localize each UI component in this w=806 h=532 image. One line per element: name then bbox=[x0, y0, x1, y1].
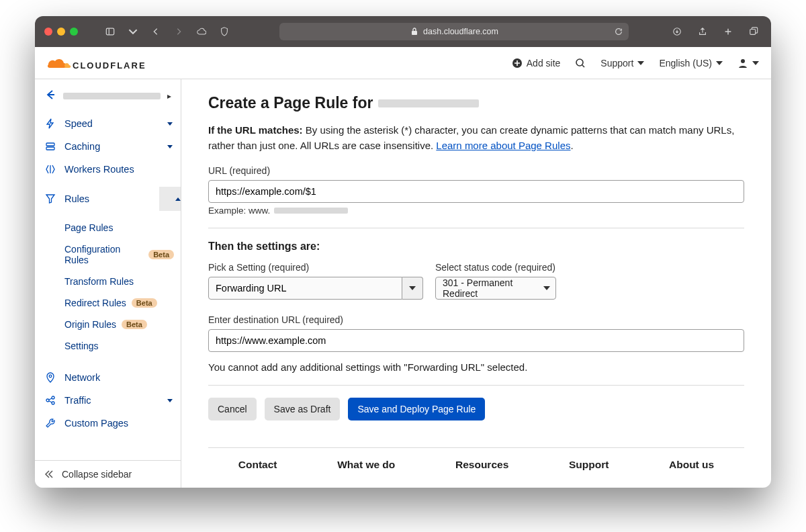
sidebar-item-label: Speed bbox=[64, 118, 93, 129]
footer-col[interactable]: Contact bbox=[238, 459, 277, 471]
tabs-icon[interactable] bbox=[746, 24, 762, 40]
beta-badge: Beta bbox=[132, 298, 157, 308]
site-name-redacted bbox=[63, 93, 161, 99]
support-menu[interactable]: Support bbox=[600, 58, 644, 69]
plus-circle-icon bbox=[512, 58, 523, 69]
sidebar-sub-origin-rules[interactable]: Origin RulesBeta bbox=[64, 314, 181, 335]
sidebar-dropdown-icon[interactable] bbox=[125, 24, 141, 40]
minimize-window-icon[interactable] bbox=[57, 28, 65, 36]
cancel-button[interactable]: Cancel bbox=[208, 398, 257, 420]
fullscreen-window-icon[interactable] bbox=[70, 28, 78, 36]
logo-text: CLOUDFLARE bbox=[73, 60, 146, 71]
chevron-down-icon bbox=[167, 145, 173, 148]
status-code-value: 301 - Permanent Redirect bbox=[443, 277, 535, 299]
sidebar-item-caching[interactable]: Caching bbox=[35, 135, 181, 158]
footer-col[interactable]: About us bbox=[669, 459, 714, 471]
back-arrow-icon[interactable] bbox=[44, 89, 56, 103]
sidebar-item-label: Custom Pages bbox=[64, 418, 128, 429]
svg-rect-9 bbox=[46, 147, 54, 150]
sidebar-item-label: Traffic bbox=[64, 395, 91, 406]
header-search-button[interactable] bbox=[575, 58, 586, 69]
close-window-icon[interactable] bbox=[44, 28, 52, 36]
user-icon bbox=[737, 58, 748, 69]
address-bar[interactable]: dash.cloudflare.com bbox=[279, 23, 629, 40]
sidebar-item-rules[interactable]: Rules bbox=[35, 181, 181, 217]
sidebar-breadcrumb[interactable]: ▸ bbox=[35, 79, 181, 109]
footer-col[interactable]: Resources bbox=[455, 459, 508, 471]
drive-icon bbox=[44, 141, 56, 152]
forwarding-note: You cannot add any additional settings w… bbox=[208, 361, 744, 373]
svg-point-13 bbox=[52, 402, 54, 404]
sidebar-toggle-icon[interactable] bbox=[102, 24, 118, 40]
sidebar-item-custom-pages[interactable]: Custom Pages bbox=[35, 412, 181, 435]
footer-col[interactable]: What we do bbox=[337, 459, 395, 471]
window-controls bbox=[44, 28, 78, 36]
svg-point-7 bbox=[741, 59, 745, 63]
chevron-down-icon bbox=[409, 286, 416, 290]
site-name-redacted bbox=[378, 99, 479, 107]
save-draft-button[interactable]: Save as Draft bbox=[265, 398, 341, 420]
footer-nav: Contact What we do Resources Support Abo… bbox=[208, 447, 744, 471]
sidebar-sub-page-rules[interactable]: Page Rules bbox=[64, 217, 181, 238]
privacy-shield-icon[interactable] bbox=[216, 24, 232, 40]
svg-point-12 bbox=[52, 396, 54, 399]
svg-rect-4 bbox=[750, 30, 756, 35]
sidebar-item-traffic[interactable]: Traffic bbox=[35, 389, 181, 412]
pick-setting-value[interactable] bbox=[208, 277, 402, 300]
support-label: Support bbox=[600, 58, 633, 69]
beta-badge: Beta bbox=[148, 250, 174, 259]
share-icon[interactable] bbox=[695, 24, 711, 40]
intro-text: If the URL matches: By using the asteris… bbox=[208, 123, 744, 153]
save-deploy-button[interactable]: Save and Deploy Page Rule bbox=[348, 398, 485, 420]
sidebar-item-speed[interactable]: Speed bbox=[35, 112, 181, 135]
sidebar-sub-settings[interactable]: Settings bbox=[64, 335, 181, 357]
status-code-select[interactable]: 301 - Permanent Redirect bbox=[435, 277, 556, 300]
cloud-icon[interactable] bbox=[193, 24, 210, 40]
funnel-icon bbox=[44, 193, 56, 204]
chevron-down-icon bbox=[752, 61, 759, 65]
svg-point-11 bbox=[46, 399, 49, 402]
sidebar-item-label: Workers Routes bbox=[64, 164, 134, 175]
sidebar-sub-transform-rules[interactable]: Transform Rules bbox=[64, 271, 181, 292]
footer-col[interactable]: Support bbox=[569, 459, 609, 471]
destination-url-input[interactable] bbox=[208, 329, 744, 352]
browser-chrome: dash.cloudflare.com bbox=[35, 16, 771, 47]
reload-icon[interactable] bbox=[614, 27, 623, 36]
settings-header: Then the settings are: bbox=[208, 240, 744, 253]
collapse-sidebar-button[interactable]: Collapse sidebar bbox=[35, 460, 181, 488]
language-label: English (US) bbox=[659, 58, 712, 69]
downloads-icon[interactable] bbox=[669, 24, 685, 40]
page-title: Create a Page Rule for bbox=[208, 94, 744, 112]
pick-setting-select[interactable] bbox=[208, 277, 423, 300]
url-input[interactable] bbox=[208, 180, 744, 203]
address-bar-host: dash.cloudflare.com bbox=[423, 27, 498, 36]
svg-point-6 bbox=[576, 59, 583, 66]
share-nodes-icon bbox=[44, 395, 56, 406]
account-menu[interactable] bbox=[737, 58, 759, 69]
new-tab-icon[interactable] bbox=[720, 24, 736, 40]
chevron-right-icon: ▸ bbox=[167, 91, 171, 101]
learn-more-link[interactable]: Learn more about Page Rules bbox=[436, 140, 570, 151]
sidebar-item-label: Network bbox=[64, 372, 100, 383]
add-site-button[interactable]: Add site bbox=[512, 58, 561, 69]
workers-icon bbox=[44, 164, 56, 175]
nav-forward-icon[interactable] bbox=[171, 24, 187, 40]
language-menu[interactable]: English (US) bbox=[659, 58, 723, 69]
chevron-down-icon bbox=[543, 286, 550, 290]
add-site-label: Add site bbox=[527, 58, 561, 69]
collapse-toggle[interactable] bbox=[159, 187, 181, 211]
sidebar-nav: Speed Caching Workers Routes Rule bbox=[35, 109, 181, 460]
pick-setting-label: Pick a Setting (required) bbox=[208, 262, 423, 273]
sidebar-sub-redirect-rules[interactable]: Redirect RulesBeta bbox=[64, 292, 181, 314]
sidebar-item-workers-routes[interactable]: Workers Routes bbox=[35, 158, 181, 181]
chevron-down-icon bbox=[167, 122, 173, 126]
bolt-icon bbox=[44, 118, 56, 129]
select-dropdown-button[interactable] bbox=[402, 277, 423, 300]
cloudflare-logo[interactable]: CLOUDFLARE bbox=[47, 56, 146, 71]
sidebar-sub-configuration-rules[interactable]: Configuration RulesBeta bbox=[64, 238, 181, 271]
rules-submenu: Page Rules Configuration RulesBeta Trans… bbox=[35, 217, 181, 357]
sidebar-item-network[interactable]: Network bbox=[35, 366, 181, 389]
svg-rect-0 bbox=[106, 28, 114, 35]
sidebar: ▸ Speed Caching Workers R bbox=[35, 79, 181, 488]
nav-back-icon[interactable] bbox=[148, 24, 164, 40]
